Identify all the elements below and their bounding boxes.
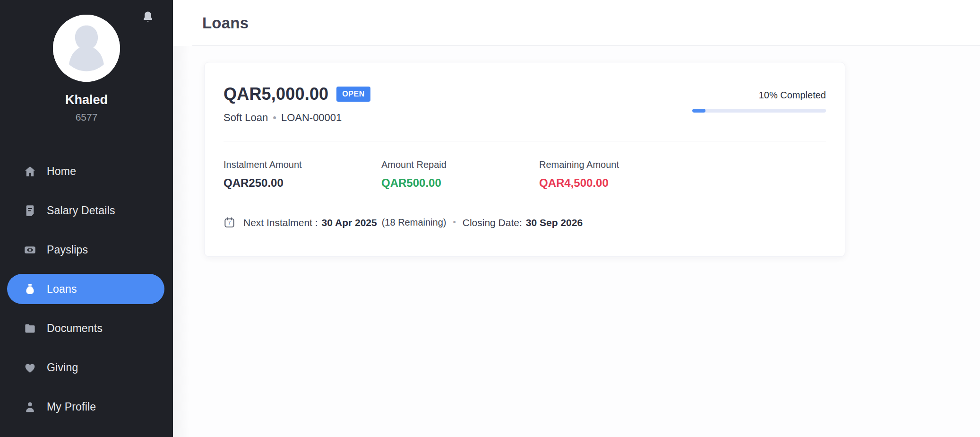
sidebar-item-label: Giving — [47, 361, 78, 374]
sidebar-item-documents[interactable]: Documents — [7, 313, 164, 343]
closing-date: 30 Sep 2026 — [526, 217, 583, 228]
sidebar: Khaled 6577 Home Salary Details — [0, 0, 173, 437]
stat-label: Remaining Amount — [539, 159, 697, 170]
progress-block: 10% Completed — [692, 84, 826, 124]
sidebar-item-loans[interactable]: Loans — [7, 274, 164, 304]
loan-card[interactable]: QAR5,000.00 OPEN Soft Loan • LOAN-00001 … — [204, 62, 845, 257]
svg-text:7: 7 — [228, 220, 231, 226]
sidebar-item-label: Payslips — [47, 244, 88, 256]
sidebar-item-giving[interactable]: Giving — [7, 352, 164, 383]
sidebar-item-label: Salary Details — [47, 204, 115, 217]
stat-value: QAR500.00 — [381, 176, 539, 190]
stat-value: QAR250.00 — [224, 176, 381, 190]
user-name: Khaled — [0, 93, 173, 107]
loans-icon — [24, 283, 36, 296]
stat-label: Amount Repaid — [381, 159, 539, 170]
sidebar-item-label: Home — [47, 165, 76, 178]
giving-icon — [24, 361, 36, 374]
main-content: Loans QAR5,000.00 OPEN Soft Loan • LOAN-… — [173, 0, 980, 437]
sidebar-item-label: Loans — [47, 283, 77, 296]
notifications-bell-icon[interactable] — [142, 10, 154, 25]
avatar — [53, 15, 120, 82]
sidebar-item-label: My Profile — [47, 401, 96, 413]
salary-details-icon — [24, 204, 36, 217]
next-instalment-date: 30 Apr 2025 — [322, 217, 377, 228]
dot-separator: • — [453, 218, 456, 227]
user-id: 6577 — [0, 112, 173, 123]
loan-type: Soft Loan — [224, 112, 268, 124]
loan-amount: QAR5,000.00 — [224, 84, 328, 104]
stat-instalment-amount: Instalment Amount QAR250.00 — [224, 159, 381, 190]
remaining-note: (18 Remaining) — [382, 217, 447, 228]
progress-bar-fill — [692, 109, 705, 113]
loan-reference: LOAN-00001 — [281, 112, 342, 124]
sidebar-item-my-profile[interactable]: My Profile — [7, 392, 164, 422]
calendar-icon: 7 — [224, 217, 235, 228]
loan-summary: QAR5,000.00 OPEN Soft Loan • LOAN-00001 — [224, 84, 370, 124]
page-header: Loans — [173, 0, 980, 46]
documents-icon — [24, 322, 36, 335]
loan-card-footer: 7 Next Instalment : 30 Apr 2025 (18 Rema… — [224, 217, 826, 228]
stat-label: Instalment Amount — [224, 159, 381, 170]
card-divider — [224, 141, 826, 141]
page-title: Loans — [173, 14, 249, 32]
dot-separator: • — [273, 112, 276, 124]
sidebar-item-label: Documents — [47, 322, 103, 335]
stat-amount-repaid: Amount Repaid QAR500.00 — [381, 159, 539, 190]
sidebar-item-salary-details[interactable]: Salary Details — [7, 195, 164, 226]
closing-date-label: Closing Date: — [463, 217, 522, 228]
progress-label: 10% Completed — [692, 90, 826, 101]
stat-value: QAR4,500.00 — [539, 176, 697, 190]
my-profile-icon — [24, 401, 36, 413]
stat-remaining-amount: Remaining Amount QAR4,500.00 — [539, 159, 697, 190]
loan-stats: Instalment Amount QAR250.00 Amount Repai… — [224, 159, 826, 190]
home-icon — [24, 165, 36, 178]
sidebar-item-home[interactable]: Home — [7, 156, 164, 186]
payslips-icon — [24, 244, 36, 256]
sidebar-nav: Home Salary Details Payslips — [0, 156, 173, 422]
loan-card-top: QAR5,000.00 OPEN Soft Loan • LOAN-00001 … — [224, 84, 826, 124]
next-instalment-label: Next Instalment : — [243, 217, 318, 228]
status-badge: OPEN — [336, 87, 370, 102]
progress-bar — [692, 109, 826, 113]
sidebar-item-payslips[interactable]: Payslips — [7, 235, 164, 265]
